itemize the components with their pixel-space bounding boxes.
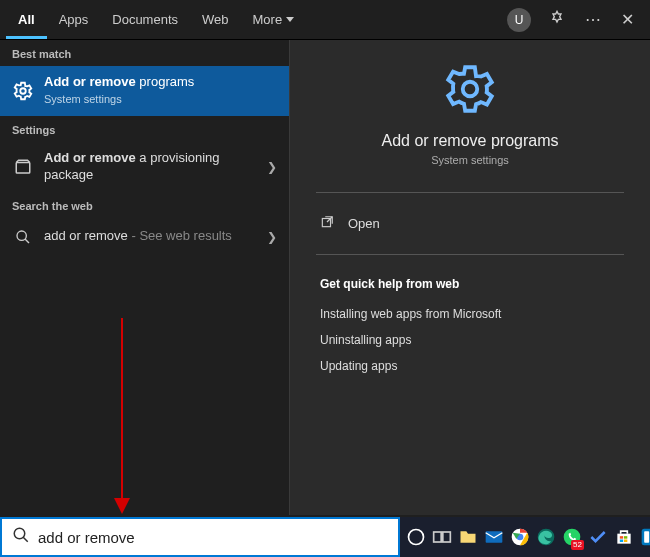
svg-point-6 [409, 530, 424, 545]
svg-rect-17 [624, 540, 627, 543]
tab-web[interactable]: Web [190, 0, 241, 39]
search-icon [12, 526, 30, 548]
open-label: Open [348, 216, 380, 231]
search-icon [12, 226, 34, 248]
taskbar-edge-icon[interactable] [536, 525, 556, 549]
results-panel: Best match Add or remove programs System… [0, 40, 289, 515]
result-web-search[interactable]: add or remove - See web results ❯ [0, 218, 289, 256]
result-text: Add or remove programs System settings [44, 74, 277, 108]
tab-all[interactable]: All [6, 0, 47, 39]
open-action[interactable]: Open [290, 201, 650, 246]
tab-more[interactable]: More [241, 0, 307, 39]
help-link[interactable]: Uninstalling apps [290, 327, 650, 353]
taskbar-trello-icon[interactable] [640, 525, 650, 549]
preview-title: Add or remove programs [382, 132, 559, 150]
svg-rect-7 [434, 532, 442, 542]
svg-point-2 [17, 231, 26, 240]
gear-icon [12, 80, 34, 102]
taskbar-taskview-icon[interactable] [432, 525, 452, 549]
svg-rect-14 [620, 536, 623, 539]
taskbar-mail-icon[interactable] [484, 525, 504, 549]
svg-point-3 [463, 82, 478, 97]
feedback-icon[interactable] [539, 10, 575, 30]
result-settings-provisioning[interactable]: Add or remove a provisioning package ❯ [0, 142, 289, 192]
search-box[interactable] [0, 517, 400, 557]
chevron-right-icon: ❯ [267, 230, 277, 244]
taskbar-store-icon[interactable] [614, 525, 634, 549]
tab-apps[interactable]: Apps [47, 0, 101, 39]
svg-rect-1 [16, 162, 30, 173]
user-avatar[interactable]: U [507, 8, 531, 32]
result-text: add or remove - See web results [44, 228, 267, 245]
svg-rect-8 [443, 532, 451, 542]
taskbar: 52 [400, 517, 650, 557]
taskbar-chrome-icon[interactable] [510, 525, 530, 549]
svg-rect-19 [644, 531, 649, 543]
section-settings: Settings [0, 116, 289, 142]
preview-panel: Add or remove programs System settings O… [289, 40, 650, 515]
help-header: Get quick help from web [290, 263, 650, 301]
taskbar-todo-icon[interactable] [588, 525, 608, 549]
svg-point-0 [20, 88, 26, 94]
section-best-match: Best match [0, 40, 289, 66]
svg-rect-16 [620, 540, 623, 543]
result-best-match[interactable]: Add or remove programs System settings [0, 66, 289, 116]
taskbar-explorer-icon[interactable] [458, 525, 478, 549]
result-text: Add or remove a provisioning package [44, 150, 267, 184]
svg-point-5 [14, 528, 25, 539]
taskbar-whatsapp-icon[interactable]: 52 [562, 525, 582, 549]
search-input[interactable] [38, 529, 388, 546]
taskbar-cortana-icon[interactable] [406, 525, 426, 549]
package-icon [12, 156, 34, 178]
svg-rect-15 [624, 536, 627, 539]
help-link[interactable]: Installing web apps from Microsoft [290, 301, 650, 327]
search-filter-tabs: All Apps Documents Web More U ⋯ ✕ [0, 0, 650, 40]
section-search-web: Search the web [0, 192, 289, 218]
tab-documents[interactable]: Documents [100, 0, 190, 39]
help-link[interactable]: Updating apps [290, 353, 650, 379]
preview-subtitle: System settings [431, 154, 509, 166]
open-icon [320, 215, 334, 232]
more-options-icon[interactable]: ⋯ [575, 10, 611, 29]
notification-badge: 52 [571, 540, 584, 550]
gear-icon [441, 60, 499, 122]
close-icon[interactable]: ✕ [611, 10, 644, 29]
svg-rect-9 [486, 531, 503, 543]
chevron-right-icon: ❯ [267, 160, 277, 174]
